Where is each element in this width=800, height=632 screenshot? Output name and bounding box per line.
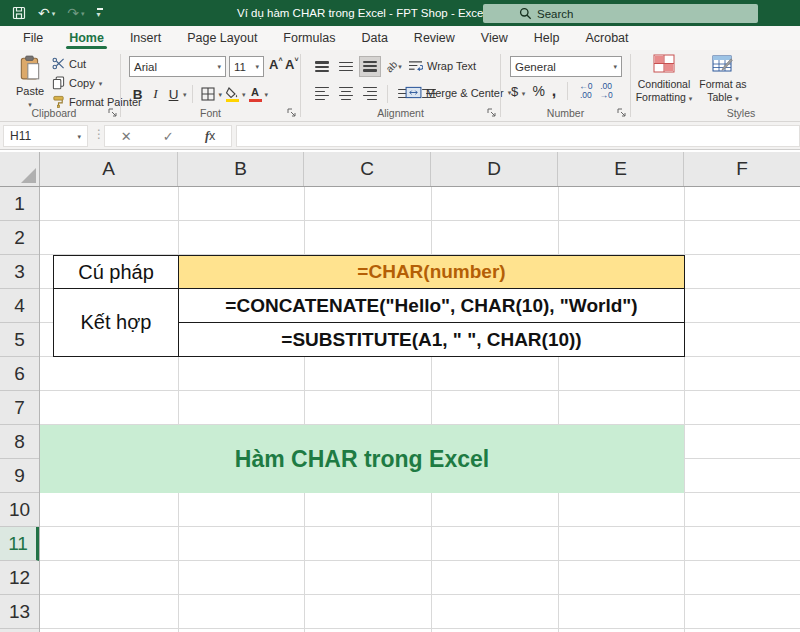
select-all-corner[interactable] xyxy=(0,152,40,186)
underline-button[interactable]: U xyxy=(165,83,182,105)
cell-banner-a8[interactable]: Hàm CHAR trong Excel xyxy=(40,425,684,493)
alignment-dialog-launcher-icon[interactable] xyxy=(487,108,497,118)
name-box[interactable]: H11 ▾ xyxy=(3,125,88,147)
merge-center-icon xyxy=(405,86,422,99)
chevron-down-icon: ▾ xyxy=(217,63,221,70)
borders-button[interactable] xyxy=(198,83,218,105)
font-dialog-launcher-icon[interactable] xyxy=(287,108,297,118)
row-header-2[interactable]: 2 xyxy=(0,221,39,255)
tab-home[interactable]: Home xyxy=(56,26,117,50)
tab-page-layout[interactable]: Page Layout xyxy=(174,26,270,50)
chevron-down-icon[interactable]: ▾ xyxy=(219,91,223,98)
paste-button[interactable]: Paste ▾ xyxy=(10,55,50,109)
chevron-down-icon[interactable]: ▾ xyxy=(183,91,187,98)
font-color-icon: A xyxy=(251,87,259,98)
font-size-combo[interactable]: 11 ▾ xyxy=(229,56,264,77)
row-header-7[interactable]: 7 xyxy=(0,391,39,425)
align-right-button[interactable] xyxy=(359,83,381,104)
row-header-11-selected[interactable]: 11 xyxy=(0,527,39,561)
chevron-down-icon: ▾ xyxy=(522,90,526,97)
decrease-decimal-button[interactable]: .00→0 xyxy=(600,82,613,100)
row-header-4[interactable]: 4 xyxy=(0,289,39,323)
cell-a3[interactable]: Cú pháp xyxy=(53,255,179,289)
search-icon xyxy=(519,7,532,20)
wrap-text-button[interactable]: Wrap Text xyxy=(408,59,476,72)
cut-button[interactable]: Cut xyxy=(52,57,86,70)
tab-view[interactable]: View xyxy=(468,26,521,50)
middle-align-button[interactable] xyxy=(335,56,357,77)
formula-input[interactable] xyxy=(236,125,800,147)
percent-style-button[interactable]: % xyxy=(532,83,544,99)
ribbon-tab-bar: File Home Insert Page Layout Formulas Da… xyxy=(0,26,800,50)
italic-button[interactable]: I xyxy=(147,83,164,105)
column-header-f[interactable]: F xyxy=(684,152,800,186)
save-icon[interactable] xyxy=(8,2,30,24)
sheet-grid[interactable]: Hàm CHAR trong Excel Cú pháp Kết hợp =CH… xyxy=(40,187,800,632)
accounting-format-button[interactable]: $ ▾ xyxy=(511,84,525,99)
row-header-3[interactable]: 3 xyxy=(0,255,39,289)
insert-function-button[interactable]: fx xyxy=(205,129,215,144)
align-left-icon xyxy=(315,87,329,101)
tab-acrobat[interactable]: Acrobat xyxy=(572,26,641,50)
redo-button[interactable]: ↷▾ xyxy=(63,2,88,24)
decrease-font-size-button[interactable]: A˅ xyxy=(285,56,298,77)
title-bar: ↶▾ ↷▾ ▾ Ví dụ hàm CHAR trong Excel - FPT… xyxy=(0,0,800,26)
customize-qat-button[interactable]: ▾ xyxy=(93,5,107,21)
format-as-table-icon xyxy=(712,54,734,73)
cell-b4-merged[interactable]: =CONCATENATE("Hello", CHAR(10), "World") xyxy=(178,288,685,323)
search-box[interactable]: Search xyxy=(483,4,758,23)
column-header-e[interactable]: E xyxy=(558,152,684,186)
tab-review[interactable]: Review xyxy=(401,26,468,50)
clipboard-dialog-launcher-icon[interactable] xyxy=(108,108,118,118)
font-color-button[interactable]: A xyxy=(247,83,264,105)
row-header-9[interactable]: 9 xyxy=(0,459,39,493)
merge-center-button[interactable]: Merge & Center ▾ xyxy=(405,86,511,99)
row-header-10[interactable]: 10 xyxy=(0,493,39,527)
number-dialog-launcher-icon[interactable] xyxy=(617,108,627,118)
align-center-button[interactable] xyxy=(335,83,357,104)
row-header-12[interactable]: 12 xyxy=(0,561,39,595)
top-align-button[interactable] xyxy=(311,56,333,77)
tab-help[interactable]: Help xyxy=(521,26,573,50)
undo-button[interactable]: ↶▾ xyxy=(34,2,59,24)
increase-font-size-button[interactable]: A˄ xyxy=(269,56,282,77)
increase-decimal-button[interactable]: ←0.00 xyxy=(579,82,592,100)
bottom-align-button[interactable] xyxy=(359,56,381,77)
row-header-6[interactable]: 6 xyxy=(0,357,39,391)
font-name-combo[interactable]: Arial ▾ xyxy=(129,56,226,77)
styles-group-label: Styles xyxy=(711,107,771,119)
cell-a4-merged[interactable]: Kết hợp xyxy=(53,288,179,357)
quick-access-toolbar: ↶▾ ↷▾ ▾ xyxy=(8,0,107,26)
row-headers: 1 2 3 4 5 6 7 8 9 10 11 12 13 xyxy=(0,187,40,632)
bold-button[interactable]: B xyxy=(129,83,146,105)
orientation-button[interactable]: ab▾ xyxy=(383,56,405,77)
cell-b3-merged[interactable]: =CHAR(number) xyxy=(178,255,685,289)
enter-button[interactable]: ✓ xyxy=(163,129,174,144)
column-header-a[interactable]: A xyxy=(40,152,178,186)
chevron-down-icon[interactable]: ▾ xyxy=(265,91,269,98)
row-header-13[interactable]: 13 xyxy=(0,595,39,629)
comma-style-button[interactable]: , xyxy=(552,82,556,100)
column-header-d[interactable]: D xyxy=(431,152,558,186)
column-header-b[interactable]: B xyxy=(178,152,304,186)
row-header-5[interactable]: 5 xyxy=(0,323,39,357)
cancel-button[interactable]: ✕ xyxy=(121,129,132,144)
wrap-text-label: Wrap Text xyxy=(427,60,476,72)
number-format-combo[interactable]: General ▾ xyxy=(510,56,622,77)
copy-button[interactable]: Copy ▾ xyxy=(52,76,102,90)
chevron-down-icon[interactable]: ▾ xyxy=(52,10,56,17)
tab-formulas[interactable]: Formulas xyxy=(270,26,348,50)
align-left-button[interactable] xyxy=(311,83,333,104)
format-as-table-button[interactable]: Format asTable ▾ xyxy=(697,54,749,104)
column-header-c[interactable]: C xyxy=(304,152,431,186)
tab-insert[interactable]: Insert xyxy=(117,26,174,50)
tab-data[interactable]: Data xyxy=(348,26,400,50)
cell-b5-merged[interactable]: =SUBSTITUTE(A1, " ", CHAR(10)) xyxy=(178,322,685,357)
fill-color-button[interactable] xyxy=(223,83,241,105)
row-header-8[interactable]: 8 xyxy=(0,425,39,459)
chevron-down-icon[interactable]: ▾ xyxy=(242,91,246,98)
row-header-1[interactable]: 1 xyxy=(0,187,39,221)
gridline xyxy=(304,187,305,632)
tab-file[interactable]: File xyxy=(10,26,56,50)
conditional-formatting-button[interactable]: ConditionalFormatting ▾ xyxy=(635,54,693,104)
